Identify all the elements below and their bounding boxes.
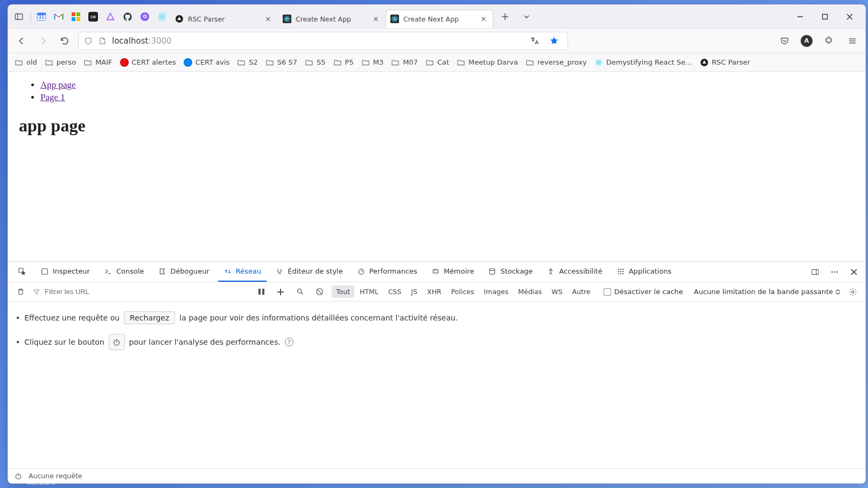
- tab-debogueur[interactable]: Débogueur: [153, 262, 215, 282]
- extensions-icon[interactable]: [821, 33, 836, 48]
- close-window-button[interactable]: [837, 6, 862, 27]
- reload-page-button[interactable]: Rechargez: [124, 311, 175, 324]
- bookmark-cat[interactable]: Cat: [425, 58, 449, 67]
- pause-icon[interactable]: [254, 285, 268, 299]
- disable-cache-checkbox[interactable]: Désactiver le cache: [604, 288, 683, 296]
- bookmark-rsc-parser[interactable]: RSC Parser: [700, 58, 750, 67]
- close-icon[interactable]: ✕: [371, 14, 381, 24]
- pocket-icon[interactable]: [777, 33, 792, 48]
- devtools-close-icon[interactable]: [847, 265, 861, 279]
- search-icon[interactable]: [293, 285, 307, 299]
- devtools-more-icon[interactable]: [828, 265, 842, 279]
- throttle-select[interactable]: Aucune limitation de la bande passante: [694, 288, 841, 296]
- filter-autre[interactable]: Autre: [568, 285, 595, 298]
- bookmark-perso[interactable]: perso: [45, 58, 76, 67]
- tab-console[interactable]: Console: [99, 262, 150, 282]
- app-menu-icon[interactable]: [845, 33, 860, 48]
- pinned-tab-icons: 31 sw O: [36, 12, 169, 22]
- svg-point-56: [622, 268, 624, 269]
- close-icon[interactable]: ✕: [479, 14, 488, 24]
- tab-applications[interactable]: Applications: [611, 262, 677, 282]
- close-icon[interactable]: ✕: [263, 14, 273, 24]
- url-text: localhost:3000: [112, 36, 521, 46]
- back-button[interactable]: [13, 33, 30, 49]
- new-tab-button[interactable]: [498, 9, 513, 24]
- filter-ws[interactable]: WS: [547, 285, 566, 298]
- code-dark-icon[interactable]: sw: [88, 12, 98, 22]
- bookmark-demystifying-react-se-[interactable]: Demystifying React Se…: [594, 58, 692, 67]
- bookmark-old[interactable]: old: [15, 58, 37, 67]
- start-perf-button[interactable]: [109, 334, 125, 350]
- gear-icon[interactable]: [846, 285, 860, 299]
- forward-button[interactable]: [35, 33, 51, 49]
- tab-next-app-2[interactable]: Create Next App ✕: [386, 10, 493, 28]
- bookmark-reverse_proxy[interactable]: reverse_proxy: [526, 58, 587, 67]
- browser-window: 31 sw O RSC Parser ✕ Create Next App ✕ C: [8, 4, 866, 484]
- tab-editeur-style[interactable]: Éditeur de style: [270, 262, 348, 282]
- network-toolbar: ToutHTMLCSSJSXHRPolicesImagesMédiasWSAut…: [8, 282, 865, 302]
- pick-element-button[interactable]: [12, 262, 32, 282]
- bookmark-s5[interactable]: S5: [305, 58, 326, 67]
- bookmark-cert-alertes[interactable]: CERT alertes: [120, 58, 176, 67]
- tab-rsc-parser[interactable]: RSC Parser ✕: [170, 10, 278, 28]
- calendar-icon[interactable]: 31: [37, 12, 46, 22]
- shield-icon[interactable]: [84, 37, 93, 45]
- svg-point-78: [852, 291, 854, 293]
- filter-field[interactable]: [45, 288, 211, 296]
- tab-next-app-1[interactable]: Create Next App ✕: [278, 10, 386, 28]
- bookmark-s2[interactable]: S2: [237, 58, 258, 67]
- svg-point-62: [622, 273, 624, 274]
- maximize-button[interactable]: [813, 6, 837, 27]
- filter-médias[interactable]: Médias: [514, 285, 546, 298]
- translate-icon[interactable]: [527, 33, 543, 49]
- page-info-icon[interactable]: [98, 37, 107, 45]
- block-icon[interactable]: [312, 285, 326, 299]
- star-icon[interactable]: [546, 33, 562, 49]
- filter-css[interactable]: CSS: [384, 285, 406, 298]
- svg-rect-70: [258, 289, 261, 295]
- bookmark-meetup-darva[interactable]: Meetup Darva: [457, 58, 518, 67]
- svg-rect-31: [823, 14, 828, 19]
- filter-js[interactable]: JS: [407, 285, 422, 298]
- chevron-down-icon[interactable]: [519, 9, 534, 24]
- tab-stockage[interactable]: Stockage: [482, 262, 538, 282]
- tab-reseau[interactable]: Réseau: [218, 262, 267, 282]
- bookmark-maif[interactable]: MAIF: [83, 58, 112, 67]
- tab-performances[interactable]: Performances: [352, 262, 423, 282]
- bookmark-m07[interactable]: M07: [391, 58, 418, 67]
- filter-tout[interactable]: Tout: [332, 285, 354, 298]
- tab-inspecteur[interactable]: Inspecteur: [35, 262, 95, 282]
- svg-point-54: [618, 268, 619, 269]
- microsoft-icon[interactable]: [71, 12, 81, 22]
- url-box[interactable]: localhost:3000: [78, 32, 568, 50]
- gmail-icon[interactable]: [54, 12, 64, 22]
- tab-accessibilite[interactable]: Accessibilité: [541, 262, 607, 282]
- react-icon[interactable]: [157, 12, 167, 22]
- link-page-1[interactable]: Page 1: [40, 92, 65, 102]
- filter-images[interactable]: Images: [480, 285, 513, 298]
- triangle-icon[interactable]: [106, 12, 115, 22]
- reload-button[interactable]: [57, 33, 73, 49]
- help-icon[interactable]: ?: [285, 338, 293, 346]
- bookmark-p5[interactable]: P5: [333, 58, 354, 67]
- filter-polices[interactable]: Polices: [447, 285, 479, 298]
- filter-xhr[interactable]: XHR: [423, 285, 446, 298]
- link-app-page[interactable]: App page: [40, 80, 76, 90]
- github-icon[interactable]: [123, 12, 132, 22]
- list-item: Page 1: [40, 92, 855, 104]
- bookmark-s6-s7[interactable]: S6 S7: [265, 58, 297, 67]
- add-icon[interactable]: [274, 285, 288, 299]
- svg-rect-5: [72, 12, 75, 16]
- filter-input[interactable]: [33, 288, 211, 296]
- side-panel-button[interactable]: [11, 9, 26, 24]
- svg-rect-8: [76, 17, 80, 21]
- minimize-button[interactable]: [788, 6, 813, 27]
- purple-app-icon[interactable]: O: [140, 12, 150, 22]
- dock-side-icon[interactable]: [808, 265, 822, 279]
- bookmark-m3[interactable]: M3: [361, 58, 384, 67]
- clear-icon[interactable]: [13, 285, 27, 299]
- profile-avatar[interactable]: A: [801, 35, 813, 47]
- filter-html[interactable]: HTML: [355, 285, 383, 298]
- tab-memoire[interactable]: Mémoire: [426, 262, 480, 282]
- bookmark-cert-avis[interactable]: CERT avis: [184, 58, 230, 67]
